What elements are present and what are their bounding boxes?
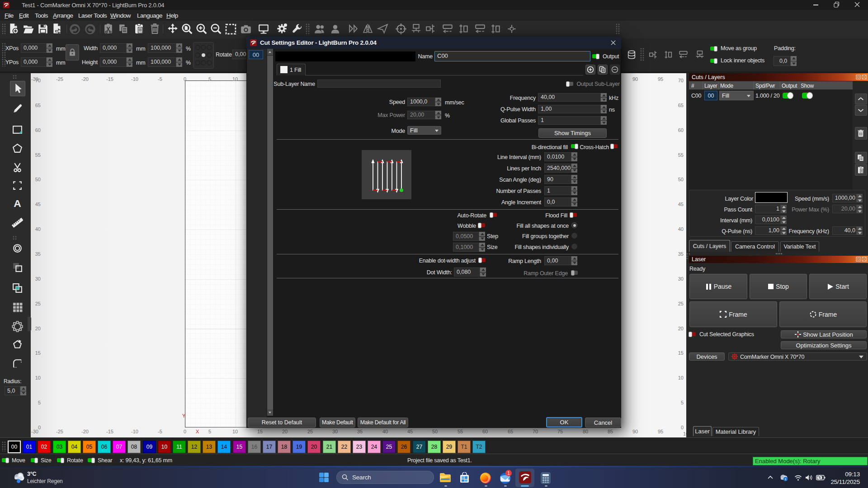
svg-text:A: A — [14, 198, 21, 209]
svg-text:i: i — [785, 477, 786, 481]
